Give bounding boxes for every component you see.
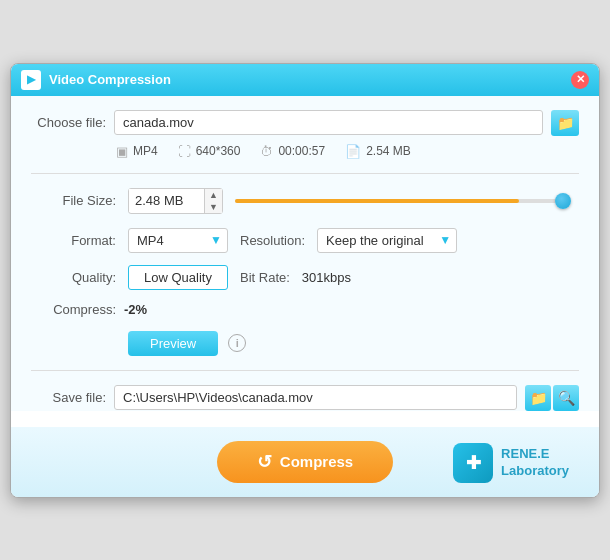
format-icon: ▣ [116,144,128,159]
file-info-row: ▣ MP4 ⛶ 640*360 ⏱ 00:00:57 📄 2.54 MB [31,144,579,169]
brand-logo: ✚ [453,443,493,483]
divider-1 [31,173,579,174]
controls-area: File Size: ▲ ▼ Format: [31,188,579,356]
format-select[interactable]: MP4 AVI MOV MKV [128,228,228,253]
bitrate-group: Bit Rate: 301kbps [240,270,569,285]
file-duration-value: 00:00:57 [278,144,325,158]
brand-name: RENE.E Laboratory [501,446,569,480]
spinbox-up[interactable]: ▲ [205,189,222,201]
compress-main-button[interactable]: ↺ Compress [217,441,393,483]
divider-2 [31,370,579,371]
close-button[interactable]: ✕ [571,71,589,89]
file-format-info: ▣ MP4 [116,144,158,159]
slider-thumb[interactable] [555,193,571,209]
save-file-label: Save file: [31,390,106,405]
file-input[interactable] [114,110,543,135]
quality-button[interactable]: Low Quality [128,265,228,290]
resolution-label: Resolution: [240,233,305,248]
resolution-select-wrap: Keep the original 1280*720 640*360 320*2… [317,228,457,253]
size-slider-track[interactable] [235,191,569,211]
file-size-spinbox[interactable]: ▲ ▼ [128,188,223,214]
save-file-row: Save file: 📁 🔍 [31,385,579,411]
compress-value: -2% [124,302,147,317]
info-icon[interactable]: i [228,334,246,352]
file-size-label: File Size: [41,193,116,208]
file-size-input[interactable] [129,189,204,212]
format-select-wrap: MP4 AVI MOV MKV ▼ [128,228,228,253]
folder-browse-icon: 📁 [530,390,547,406]
format-label: Format: [41,233,116,248]
folder-icon: 📁 [557,115,574,131]
app-icon: ▶ [21,70,41,90]
save-icon-group: 📁 🔍 [525,385,579,411]
brand-area: ✚ RENE.E Laboratory [453,443,569,483]
resolution-icon: ⛶ [178,144,191,159]
save-file-input[interactable] [114,385,517,410]
file-resolution-value: 640*360 [196,144,241,158]
save-browse-button[interactable]: 📁 [525,385,551,411]
window-title: Video Compression [49,72,563,87]
format-resolution-row: Format: MP4 AVI MOV MKV ▼ Resolution: Ke… [41,228,569,253]
bottom-wrap: ↺ Compress ✚ RENE.E Laboratory [11,427,599,497]
preview-row: Preview i [41,331,569,356]
compress-icon: ↺ [257,451,272,473]
choose-file-label: Choose file: [31,115,106,130]
slider-track-bg [235,199,569,203]
title-bar: ▶ Video Compression ✕ [11,64,599,96]
compress-label: Compress: [41,302,116,317]
compress-row: Compress: -2% [41,302,569,317]
spinbox-down[interactable]: ▼ [205,201,222,213]
main-window: ▶ Video Compression ✕ Choose file: 📁 ▣ M… [10,63,600,498]
file-resolution-info: ⛶ 640*360 [178,144,241,159]
compress-btn-label: Compress [280,453,353,470]
slider-fill [235,199,519,203]
quality-bitrate-row: Quality: Low Quality Bit Rate: 301kbps [41,265,569,290]
file-format-value: MP4 [133,144,158,158]
bitrate-label: Bit Rate: [240,270,290,285]
search-icon: 🔍 [558,390,575,406]
file-duration-info: ⏱ 00:00:57 [260,144,325,159]
file-size-value: 2.54 MB [366,144,411,158]
bitrate-value: 301kbps [302,270,362,285]
preview-button[interactable]: Preview [128,331,218,356]
main-content: Choose file: 📁 ▣ MP4 ⛶ 640*360 ⏱ 00:00:5… [11,96,599,411]
file-size-row: File Size: ▲ ▼ [41,188,569,214]
file-size-info: 📄 2.54 MB [345,144,411,159]
filesize-icon: 📄 [345,144,361,159]
resolution-select[interactable]: Keep the original 1280*720 640*360 320*2… [317,228,457,253]
spinbox-arrows: ▲ ▼ [204,189,222,213]
duration-icon: ⏱ [260,144,273,159]
choose-file-row: Choose file: 📁 [31,110,579,136]
browse-file-button[interactable]: 📁 [551,110,579,136]
resolution-group: Resolution: Keep the original 1280*720 6… [240,228,569,253]
bottom-bar: ↺ Compress ✚ RENE.E Laboratory [11,427,599,497]
quality-label: Quality: [41,270,116,285]
save-search-button[interactable]: 🔍 [553,385,579,411]
